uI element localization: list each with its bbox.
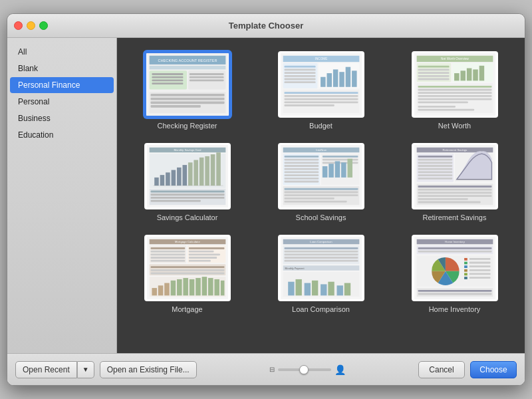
sidebar: All Blank Personal Finance Personal Busi… [7,38,117,353]
template-net-worth[interactable]: Net Worth Overview [394,51,515,130]
svg-rect-150 [188,260,210,262]
svg-rect-196 [464,258,467,261]
svg-rect-176 [284,260,358,262]
svg-text:IntoNow: IntoNow [316,148,327,152]
svg-rect-7 [152,79,183,81]
svg-rect-105 [329,164,334,178]
svg-rect-34 [284,81,315,83]
maximize-button[interactable] [39,21,48,30]
svg-rect-147 [188,251,213,253]
svg-rect-95 [284,168,319,170]
open-existing-button[interactable]: Open an Existing File... [100,361,197,378]
svg-rect-27 [345,67,350,87]
svg-rect-75 [182,165,187,186]
svg-rect-3 [149,66,225,70]
sidebar-item-personal-finance[interactable]: Personal Finance [10,77,114,93]
svg-rect-158 [164,283,170,296]
svg-rect-120 [418,159,452,161]
svg-rect-131 [418,189,491,191]
svg-rect-25 [332,69,338,86]
svg-rect-60 [418,95,491,97]
svg-rect-26 [339,72,344,87]
svg-rect-10 [189,73,223,75]
svg-rect-79 [205,156,209,186]
svg-rect-197 [464,262,467,265]
svg-rect-106 [334,161,340,177]
svg-rect-84 [150,194,224,196]
open-recent-dropdown[interactable]: ▼ [77,361,94,378]
template-school-savings[interactable]: IntoNow [261,143,381,221]
sidebar-item-education[interactable]: Education [10,127,114,143]
svg-rect-24 [327,73,332,87]
svg-rect-148 [188,253,219,255]
svg-rect-175 [284,257,358,259]
template-retirement-savings[interactable]: Retirement Savings [394,143,515,221]
svg-rect-163 [196,278,201,295]
svg-rect-186 [336,285,342,295]
zoom-thumb [299,365,309,374]
svg-rect-97 [284,174,319,176]
template-budget[interactable]: INCOME [261,51,381,130]
svg-rect-114 [284,201,346,203]
template-mortgage[interactable]: Mortgage Calculator [127,235,247,313]
svg-rect-140 [150,247,185,249]
template-loan-comparison[interactable]: Loan Comparison Monthly Payment [261,235,381,313]
svg-rect-210 [418,293,491,295]
sidebar-item-all[interactable]: All [10,44,114,60]
template-label-mortgage: Mortgage [172,305,202,313]
svg-rect-193 [418,251,491,253]
svg-text:Monthly Payment: Monthly Payment [285,267,305,270]
svg-rect-184 [321,284,327,295]
zoom-slider[interactable] [278,368,331,371]
svg-rect-57 [418,86,491,88]
svg-rect-50 [418,78,449,80]
choose-button[interactable]: Choose [470,361,517,378]
template-checking-register[interactable]: CHECKING ACCOUNT REGISTER [127,51,247,130]
svg-rect-92 [284,159,319,161]
svg-rect-200 [464,273,467,276]
close-button[interactable] [14,21,23,30]
template-thumb-budget: INCOME [278,51,364,118]
svg-rect-12 [189,79,223,81]
svg-rect-122 [418,165,452,167]
sidebar-item-personal[interactable]: Personal [10,94,114,110]
open-recent-button[interactable]: Open Recent [15,361,77,378]
svg-rect-199 [464,269,467,272]
svg-rect-8 [152,82,183,84]
svg-rect-202 [469,258,490,260]
svg-rect-153 [150,269,224,271]
svg-rect-156 [152,288,157,295]
svg-rect-11 [189,76,223,78]
svg-rect-55 [479,66,484,81]
traffic-lights [14,21,48,30]
sidebar-item-business[interactable]: Business [10,110,114,126]
svg-rect-149 [188,257,216,259]
svg-rect-172 [284,247,358,249]
svg-rect-130 [418,186,491,188]
template-thumb-school-savings: IntoNow [278,143,364,209]
svg-rect-182 [304,283,310,296]
svg-rect-23 [321,77,326,87]
svg-rect-164 [201,277,207,295]
cancel-button[interactable]: Cancel [418,361,465,378]
template-thumb-loan-comparison: Loan Comparison Monthly Payment [278,235,364,301]
svg-rect-46 [418,66,449,68]
minimize-button[interactable] [27,21,35,30]
svg-rect-126 [418,178,452,180]
template-home-inventory[interactable]: Home Inventory [394,235,515,313]
svg-rect-63 [418,106,455,108]
svg-rect-123 [418,168,452,170]
svg-rect-52 [460,70,466,80]
svg-rect-187 [344,283,350,296]
svg-rect-59 [418,92,491,94]
svg-rect-173 [284,251,358,253]
svg-rect-30 [284,69,315,71]
svg-rect-111 [284,192,358,194]
sidebar-item-blank[interactable]: Blank [10,61,114,76]
svg-rect-167 [220,281,224,296]
svg-rect-157 [158,285,163,295]
svg-rect-207 [469,277,490,279]
svg-rect-112 [284,194,358,196]
svg-rect-113 [284,198,334,200]
template-savings-calculator[interactable]: Monthly Savings Goal [127,143,247,221]
